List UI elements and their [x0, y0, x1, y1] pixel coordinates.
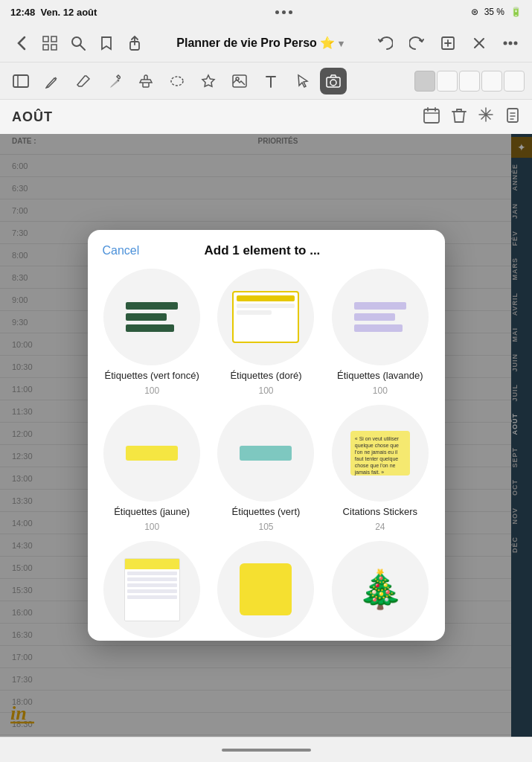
svg-rect-3 [51, 45, 57, 50]
sticker-name-3: Étiquettes (jaune) [114, 506, 190, 517]
sticker-item-8[interactable]: 🎄 GoodNotes Noël 43 [327, 541, 432, 641]
sticker-item-7[interactable]: Widget Stickers 63 [214, 541, 318, 641]
image-tool[interactable] [226, 68, 253, 95]
pen-tool[interactable] [39, 68, 65, 95]
modal-cancel-button[interactable]: Cancel [103, 244, 140, 257]
svg-point-8 [504, 41, 507, 45]
svg-point-18 [330, 80, 336, 86]
view-5[interactable] [504, 71, 525, 92]
sticker-name-4: Étiquettes (vert) [232, 506, 301, 517]
svg-point-10 [514, 41, 518, 45]
sticker-count-5: 24 [375, 522, 385, 532]
sticker-name-1: Étiquettes (doré) [230, 370, 301, 381]
star-tool[interactable] [195, 68, 222, 95]
sticker-circle-1 [217, 269, 314, 365]
add-page-button[interactable] [434, 29, 462, 57]
month-title: AOÛT [12, 109, 53, 125]
sparkle-icon[interactable] [478, 107, 493, 127]
sticker-circle-4 [217, 405, 314, 502]
svg-rect-1 [51, 36, 57, 42]
sticker-item-2[interactable]: Étiquettes (lavande) 100 [327, 269, 432, 396]
sticker-count-4: 105 [258, 522, 273, 532]
sticker-modal: Cancel Add 1 element to ... Étiquettes (… [88, 230, 445, 641]
wifi-icon: ⊛ [471, 7, 478, 17]
status-dots [275, 10, 292, 14]
view-buttons [414, 71, 525, 92]
eraser-tool[interactable] [70, 68, 97, 95]
sticker-name-5: Citations Stickers [343, 506, 417, 517]
sticker-circle-2 [332, 269, 429, 365]
svg-rect-11 [13, 75, 28, 87]
pointer-tool[interactable] [289, 68, 315, 95]
bookmark-button[interactable] [92, 29, 121, 57]
svg-rect-20 [507, 109, 518, 122]
search-button[interactable] [64, 29, 92, 57]
main-content: DATE : PRIORITÉS 6:006:307:007:308:008:3… [0, 134, 532, 737]
view-2[interactable] [437, 71, 458, 92]
status-indicators: ⊛ 35 % 🔋 [471, 7, 522, 17]
trash-icon[interactable] [452, 107, 467, 127]
svg-point-4 [72, 37, 81, 46]
drawing-toolbar [0, 63, 532, 100]
toolbar-right-buttons [371, 29, 525, 57]
sticker-item-6[interactable]: Notepad Stickers 18 [100, 541, 205, 641]
sidebar-toggle-button[interactable] [7, 68, 34, 95]
top-toolbar: Planner de vie Pro Perso ⭐ ▾ [0, 24, 532, 63]
home-indicator [222, 749, 311, 752]
sticker-circle-7 [217, 541, 314, 638]
view-3[interactable] [459, 71, 480, 92]
document-title: Planner de vie Pro Perso ⭐ ▾ [149, 36, 371, 50]
sticker-item-1[interactable]: Étiquettes (doré) 100 [214, 269, 318, 396]
svg-rect-19 [424, 109, 439, 123]
svg-line-5 [80, 45, 85, 50]
svg-point-14 [171, 77, 183, 86]
sticker-item-4[interactable]: Étiquettes (vert) 105 [214, 405, 318, 532]
month-header: AOÛT [0, 100, 532, 134]
svg-rect-0 [43, 36, 48, 42]
view-4[interactable] [481, 71, 502, 92]
status-bar: 12:48 Ven. 12 août ⊛ 35 % 🔋 [0, 0, 532, 24]
modal-body: Étiquettes (vert foncé) 100 Étiquettes (… [88, 269, 445, 641]
sticker-circle-5: « Si on veut utiliser quelque chose que … [332, 405, 429, 502]
month-actions [423, 107, 520, 127]
bottom-bar [0, 737, 532, 762]
svg-rect-13 [143, 83, 149, 87]
modal-overlay[interactable]: Cancel Add 1 element to ... Étiquettes (… [0, 134, 532, 737]
sticker-circle-3 [103, 405, 200, 502]
stamp-tool[interactable] [132, 68, 159, 95]
view-1[interactable] [414, 71, 435, 92]
share-button[interactable] [121, 29, 149, 57]
sticker-circle-0 [103, 269, 200, 365]
sticker-name-2: Étiquettes (lavande) [337, 370, 423, 381]
grid-button[interactable] [36, 29, 64, 57]
modal-header: Cancel Add 1 element to ... [88, 230, 445, 269]
battery-text: 35 % [484, 7, 504, 17]
sticker-count-1: 100 [258, 385, 273, 396]
sticker-count-0: 100 [144, 385, 159, 396]
calendar-icon[interactable] [423, 107, 440, 127]
battery-icon: 🔋 [510, 7, 522, 17]
text-tool[interactable] [257, 68, 284, 95]
sticker-item-3[interactable]: Étiquettes (jaune) 100 [100, 405, 205, 532]
sticker-circle-8: 🎄 [332, 541, 429, 638]
modal-title: Add 1 element to ... [204, 243, 320, 258]
sticker-item-5[interactable]: « Si on veut utiliser quelque chose que … [327, 405, 432, 532]
sticker-grid: Étiquettes (vert foncé) 100 Étiquettes (… [100, 269, 433, 641]
lasso-tool[interactable] [164, 68, 190, 95]
redo-button[interactable] [403, 29, 431, 57]
sticker-count-2: 100 [373, 385, 388, 396]
sticker-item-0[interactable]: Étiquettes (vert foncé) 100 [100, 269, 205, 396]
marker-tool[interactable] [101, 68, 128, 95]
sticker-count-3: 100 [144, 522, 159, 532]
sticker-circle-6 [103, 541, 200, 638]
undo-button[interactable] [371, 29, 400, 57]
svg-point-9 [509, 41, 513, 45]
edit-icon[interactable] [505, 107, 520, 127]
more-button[interactable] [496, 29, 525, 57]
status-time: 12:48 Ven. 12 août [10, 7, 97, 18]
close-button[interactable] [465, 29, 493, 57]
back-button[interactable] [7, 29, 36, 57]
sticker-name-0: Étiquettes (vert foncé) [105, 370, 199, 381]
camera-tool[interactable] [320, 68, 347, 95]
svg-rect-2 [43, 45, 48, 50]
